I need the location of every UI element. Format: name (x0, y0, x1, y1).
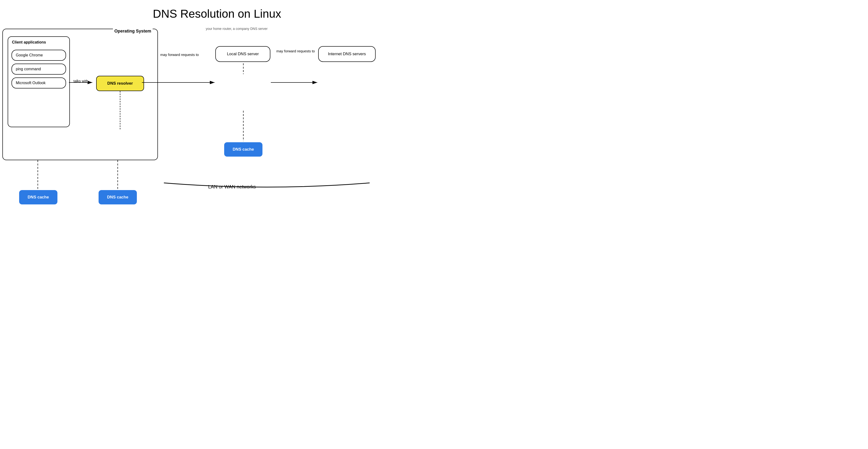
dns-cache-box-1: DNS cache (19, 190, 57, 204)
dns-cache-box-2: DNS cache (99, 190, 137, 204)
may-forward-label-2: may forward requests to (276, 49, 315, 53)
page: DNS Resolution on Linux Operating System… (0, 0, 434, 224)
diagram-arrows (0, 0, 434, 224)
may-forward-label-1: may forward requests to (160, 53, 199, 57)
lan-wan-label: LAN or WAN networks (208, 184, 256, 190)
home-router-label: your home router, a company DNS server (206, 27, 268, 31)
internet-dns-servers-box: Internet DNS servers (318, 46, 376, 62)
local-dns-server-box: Local DNS server (215, 46, 270, 62)
dns-cache-box-3: DNS cache (224, 142, 262, 157)
